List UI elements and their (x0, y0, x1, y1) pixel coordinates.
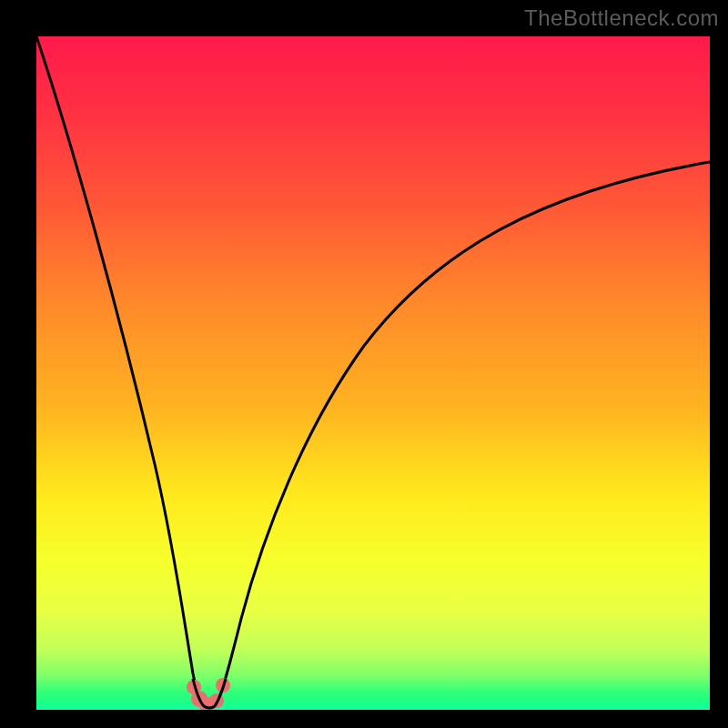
curve-right-branch (215, 162, 710, 706)
chart-frame: TheBottleneck.com (0, 0, 728, 728)
plot-area (36, 36, 710, 710)
bottleneck-curve (36, 36, 710, 710)
curve-left-branch (36, 36, 204, 706)
watermark-text: TheBottleneck.com (524, 5, 719, 31)
